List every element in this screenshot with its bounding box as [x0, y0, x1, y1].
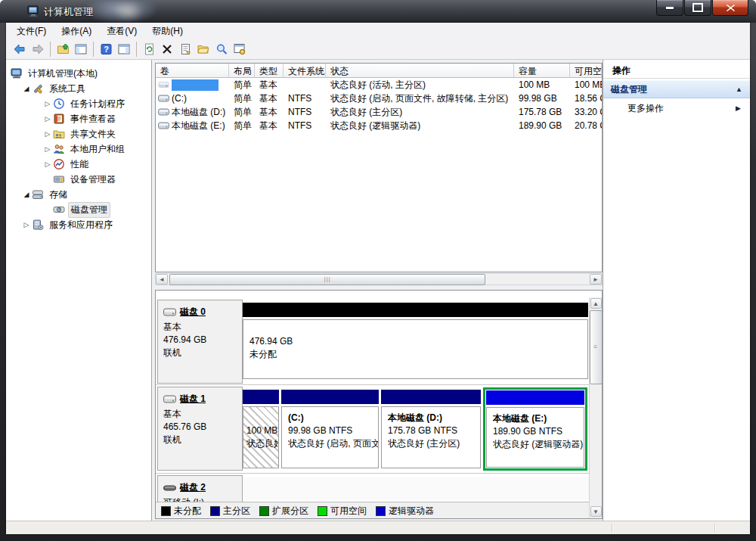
- toolbar-separator: [136, 42, 137, 57]
- system-tools-icon: [32, 82, 44, 95]
- disk1-d-region[interactable]: 本地磁盘 (D:) 175.78 GB NTFS 状态良好 (主分区): [381, 390, 481, 468]
- app-icon: [27, 5, 39, 17]
- menu-view[interactable]: 查看(V): [99, 23, 144, 39]
- console-settings-button[interactable]: [231, 41, 249, 58]
- forward-icon: [31, 43, 45, 55]
- volume-list-header: 卷 布局 类型 文件系统 状态 容量 可用空间: [156, 64, 602, 78]
- menu-file[interactable]: 文件(F): [9, 23, 54, 39]
- refresh-button[interactable]: [140, 41, 158, 58]
- legend-swatch-unallocated: [161, 506, 171, 516]
- expander-collapsed-icon[interactable]: ▷: [42, 100, 53, 107]
- find-button[interactable]: [212, 41, 231, 58]
- collapse-group-icon[interactable]: ▲: [736, 86, 742, 93]
- actions-pane-header: 操作: [603, 60, 750, 79]
- toolbar-separator: [50, 42, 51, 57]
- tree-item-event-viewer[interactable]: ▷ 事件查看器: [6, 111, 151, 126]
- folder-up-icon: [57, 43, 70, 55]
- disk0-unallocated-region[interactable]: 476.94 GB 未分配: [243, 303, 588, 379]
- logical-drive-band: [486, 390, 584, 405]
- column-header-type[interactable]: 类型: [255, 64, 284, 78]
- column-header-free-space[interactable]: 可用空间: [570, 64, 602, 78]
- disk1-extended-partition-border: 本地磁盘 (E:) 189.90 GB NTFS 状态良好 (逻辑驱动器): [483, 387, 587, 471]
- tree-item-services-applications[interactable]: ▷ 服务和应用程序: [6, 217, 151, 232]
- expander-expanded-icon[interactable]: ◢: [21, 191, 32, 198]
- open-folder-button[interactable]: [194, 41, 212, 58]
- services-icon: [32, 219, 44, 231]
- magnifier-icon: [215, 43, 228, 55]
- legend-swatch-logical-drive: [376, 506, 386, 516]
- column-header-status[interactable]: 状态: [326, 64, 514, 78]
- storage-icon: [32, 188, 44, 201]
- up-folder-button[interactable]: [54, 41, 72, 58]
- column-header-layout[interactable]: 布局: [229, 64, 255, 78]
- disk2-media-area[interactable]: [243, 477, 589, 500]
- maximize-button[interactable]: [684, 0, 711, 16]
- performance-icon: [53, 158, 65, 170]
- scroll-up-icon[interactable]: ▲: [590, 298, 602, 309]
- column-header-capacity[interactable]: 容量: [514, 64, 570, 78]
- tree-item-disk-management[interactable]: 磁盘管理: [6, 202, 151, 217]
- scroll-left-icon[interactable]: ◄: [156, 274, 168, 284]
- tree-item-shared-folders[interactable]: ▷ 共享文件夹: [6, 126, 151, 141]
- tree-item-computer-management[interactable]: 计算机管理(本地): [6, 66, 151, 81]
- console-tree-toggle-button[interactable]: [72, 41, 90, 58]
- menu-help[interactable]: 帮助(H): [144, 23, 191, 39]
- disk-management-icon: [53, 204, 65, 216]
- tree-item-device-manager[interactable]: 设备管理器: [6, 172, 151, 187]
- action-pane-toggle-button[interactable]: [115, 41, 133, 58]
- forward-button[interactable]: [29, 41, 47, 58]
- close-button[interactable]: [712, 0, 748, 16]
- menu-action[interactable]: 操作(A): [54, 23, 99, 39]
- device-manager-icon: [53, 173, 65, 185]
- graphical-view-vscrollbar[interactable]: ▲ ≡ ▼: [589, 297, 602, 518]
- disk2-label[interactable]: 磁盘 2 可移动 (I:): [157, 475, 243, 502]
- volume-row-e[interactable]: 本地磁盘 (E:) 简单 基本 NTFS 状态良好 (逻辑驱动器) 189.90…: [156, 119, 602, 132]
- selected-tree-label[interactable]: 磁盘管理: [68, 202, 110, 218]
- tree-item-system-tools[interactable]: ◢ 系统工具: [6, 81, 151, 96]
- expander-collapsed-icon[interactable]: ▷: [42, 145, 53, 153]
- disk1-system-reserved-region[interactable]: 100 MB 状态良好: [243, 390, 279, 468]
- task-scheduler-icon: [53, 98, 65, 110]
- window-title: 计算机管理: [44, 5, 93, 19]
- expander-collapsed-icon[interactable]: ▷: [42, 160, 53, 168]
- volume-row-c[interactable]: (C:) 简单 基本 NTFS 状态良好 (启动, 页面文件, 故障转储, 主分…: [156, 92, 602, 105]
- vscrollbar-thumb[interactable]: ≡: [590, 310, 603, 384]
- hscrollbar-thumb[interactable]: |||: [169, 274, 485, 285]
- disk-icon: [163, 395, 176, 404]
- legend-logical-drive: 逻辑驱动器: [376, 505, 434, 518]
- scroll-down-icon[interactable]: ▼: [590, 506, 602, 517]
- help-button[interactable]: ?: [97, 41, 115, 58]
- disk1-e-region[interactable]: 本地磁盘 (E:) 189.90 GB NTFS 状态良好 (逻辑驱动器): [485, 390, 585, 468]
- tree-item-storage[interactable]: ◢ 存储: [6, 187, 151, 202]
- volume-row-d[interactable]: 本地磁盘 (D:) 简单 基本 NTFS 状态良好 (主分区) 175.78 G…: [156, 105, 602, 119]
- volume-list-hscrollbar[interactable]: ◄ ||| ►: [155, 273, 603, 285]
- disk0-label[interactable]: 磁盘 0 基本 476.94 GB 联机: [157, 300, 243, 384]
- legend-swatch-extended: [259, 506, 269, 516]
- properties-button[interactable]: [176, 41, 194, 58]
- tree-item-task-scheduler[interactable]: ▷ 任务计划程序: [6, 96, 151, 111]
- primary-partition-band: [243, 390, 279, 404]
- column-header-filesystem[interactable]: 文件系统: [284, 64, 326, 78]
- scroll-right-icon[interactable]: ►: [590, 274, 602, 284]
- users-icon: [53, 143, 65, 155]
- legend-extended-partition: 扩展分区: [259, 505, 308, 518]
- title-bar[interactable]: 计算机管理: [0, 0, 756, 23]
- expander-collapsed-icon[interactable]: ▷: [42, 130, 53, 138]
- actions-group-disk-management[interactable]: 磁盘管理 ▲: [603, 80, 750, 98]
- back-button[interactable]: [11, 41, 29, 58]
- expander-expanded-icon[interactable]: ◢: [21, 85, 32, 92]
- removable-disk-icon: [163, 484, 176, 492]
- back-icon: [13, 43, 26, 55]
- tree-item-performance[interactable]: ▷ 性能: [6, 157, 151, 172]
- minimize-button[interactable]: [656, 0, 683, 16]
- column-header-volume[interactable]: 卷: [156, 64, 229, 78]
- disk1-label[interactable]: 磁盘 1 基本 465.76 GB 联机: [157, 387, 243, 471]
- more-actions-item[interactable]: 更多操作 ▶: [603, 98, 750, 118]
- disk-graphical-view: 磁盘 0 基本 476.94 GB 联机 476.94 GB 未分配 磁盘 1 …: [155, 290, 603, 519]
- expander-collapsed-icon[interactable]: ▷: [21, 221, 32, 229]
- expander-collapsed-icon[interactable]: ▷: [42, 115, 53, 123]
- disk1-c-region[interactable]: (C:) 99.98 GB NTFS 状态良好 (启动, 页面文件, 故障转储,…: [281, 390, 379, 468]
- delete-button[interactable]: [158, 41, 176, 58]
- tree-item-local-users-groups[interactable]: ▷ 本地用户和组: [6, 141, 151, 157]
- volume-row-system-reserved[interactable]: 简单 基本 状态良好 (活动, 主分区) 100 MB 100 MB: [156, 78, 602, 92]
